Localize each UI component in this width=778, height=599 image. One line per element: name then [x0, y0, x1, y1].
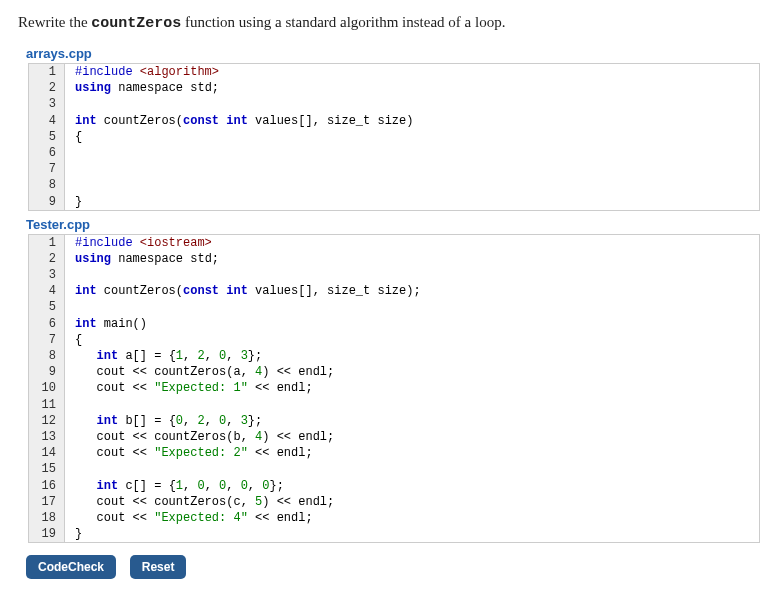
code-line: 2using namespace std;	[29, 251, 759, 267]
code-content: int c[] = {1, 0, 0, 0, 0};	[65, 478, 284, 494]
line-number: 16	[29, 478, 65, 494]
code-line[interactable]: 1#include <algorithm>	[29, 64, 759, 80]
code-content: #include <iostream>	[65, 235, 212, 251]
code-line[interactable]: 8	[29, 177, 759, 193]
line-number: 7	[29, 161, 65, 177]
code-line: 3	[29, 267, 759, 283]
code-content[interactable]: int countZeros(const int values[], size_…	[65, 113, 413, 129]
line-number: 10	[29, 380, 65, 396]
code-line: 13 cout << countZeros(b, 4) << endl;	[29, 429, 759, 445]
code-content	[65, 397, 82, 413]
line-number: 5	[29, 129, 65, 145]
code-content[interactable]: #include <algorithm>	[65, 64, 219, 80]
code-content: cout << countZeros(a, 4) << endl;	[65, 364, 334, 380]
code-line: 4int countZeros(const int values[], size…	[29, 283, 759, 299]
code-content[interactable]	[65, 96, 82, 112]
line-number: 3	[29, 96, 65, 112]
code-editor-arrays[interactable]: 1#include <algorithm>2using namespace st…	[28, 63, 760, 211]
code-content[interactable]	[65, 161, 82, 177]
line-number: 15	[29, 461, 65, 477]
line-number: 8	[29, 177, 65, 193]
code-content: using namespace std;	[65, 251, 219, 267]
code-content[interactable]: {	[65, 129, 82, 145]
code-content: int a[] = {1, 2, 0, 3};	[65, 348, 262, 364]
reset-button[interactable]: Reset	[130, 555, 187, 579]
code-line: 14 cout << "Expected: 2" << endl;	[29, 445, 759, 461]
code-content: cout << "Expected: 4" << endl;	[65, 510, 313, 526]
line-number: 1	[29, 64, 65, 80]
instruction-post: function using a standard algorithm inst…	[181, 14, 505, 30]
instruction-text: Rewrite the countZeros function using a …	[18, 14, 760, 32]
code-content[interactable]	[65, 145, 82, 161]
code-content: }	[65, 526, 82, 542]
button-bar: CodeCheck Reset	[26, 555, 760, 579]
code-viewer-tester: 1#include <iostream>2using namespace std…	[28, 234, 760, 544]
code-content: cout << "Expected: 2" << endl;	[65, 445, 313, 461]
code-line[interactable]: 6	[29, 145, 759, 161]
code-line: 9 cout << countZeros(a, 4) << endl;	[29, 364, 759, 380]
line-number: 3	[29, 267, 65, 283]
code-line[interactable]: 5{	[29, 129, 759, 145]
code-line: 6int main()	[29, 316, 759, 332]
instruction-code: countZeros	[91, 15, 181, 32]
code-line: 12 int b[] = {0, 2, 0, 3};	[29, 413, 759, 429]
code-content: int b[] = {0, 2, 0, 3};	[65, 413, 262, 429]
code-content: cout << "Expected: 1" << endl;	[65, 380, 313, 396]
code-line: 7{	[29, 332, 759, 348]
code-content	[65, 299, 82, 315]
code-content[interactable]: using namespace std;	[65, 80, 219, 96]
code-content: {	[65, 332, 82, 348]
code-line: 15	[29, 461, 759, 477]
code-content	[65, 267, 82, 283]
code-line: 10 cout << "Expected: 1" << endl;	[29, 380, 759, 396]
line-number: 8	[29, 348, 65, 364]
code-line: 1#include <iostream>	[29, 235, 759, 251]
code-content: int main()	[65, 316, 147, 332]
code-line[interactable]: 3	[29, 96, 759, 112]
code-line[interactable]: 7	[29, 161, 759, 177]
line-number: 13	[29, 429, 65, 445]
line-number: 4	[29, 113, 65, 129]
code-content[interactable]	[65, 177, 82, 193]
filename-arrays: arrays.cpp	[26, 46, 760, 61]
line-number: 4	[29, 283, 65, 299]
code-content[interactable]: }	[65, 194, 82, 210]
line-number: 2	[29, 251, 65, 267]
code-line[interactable]: 9}	[29, 194, 759, 210]
code-line: 19}	[29, 526, 759, 542]
code-content: int countZeros(const int values[], size_…	[65, 283, 421, 299]
line-number: 18	[29, 510, 65, 526]
code-line: 18 cout << "Expected: 4" << endl;	[29, 510, 759, 526]
line-number: 6	[29, 316, 65, 332]
code-content: cout << countZeros(c, 5) << endl;	[65, 494, 334, 510]
line-number: 19	[29, 526, 65, 542]
code-line[interactable]: 2using namespace std;	[29, 80, 759, 96]
code-line: 8 int a[] = {1, 2, 0, 3};	[29, 348, 759, 364]
codecheck-button[interactable]: CodeCheck	[26, 555, 116, 579]
code-line[interactable]: 4int countZeros(const int values[], size…	[29, 113, 759, 129]
code-line: 17 cout << countZeros(c, 5) << endl;	[29, 494, 759, 510]
line-number: 14	[29, 445, 65, 461]
line-number: 9	[29, 194, 65, 210]
code-line: 5	[29, 299, 759, 315]
code-content: cout << countZeros(b, 4) << endl;	[65, 429, 334, 445]
line-number: 11	[29, 397, 65, 413]
instruction-pre: Rewrite the	[18, 14, 91, 30]
line-number: 5	[29, 299, 65, 315]
filename-tester: Tester.cpp	[26, 217, 760, 232]
line-number: 2	[29, 80, 65, 96]
line-number: 1	[29, 235, 65, 251]
code-line: 16 int c[] = {1, 0, 0, 0, 0};	[29, 478, 759, 494]
line-number: 9	[29, 364, 65, 380]
code-content	[65, 461, 82, 477]
line-number: 6	[29, 145, 65, 161]
line-number: 17	[29, 494, 65, 510]
line-number: 12	[29, 413, 65, 429]
code-line: 11	[29, 397, 759, 413]
line-number: 7	[29, 332, 65, 348]
